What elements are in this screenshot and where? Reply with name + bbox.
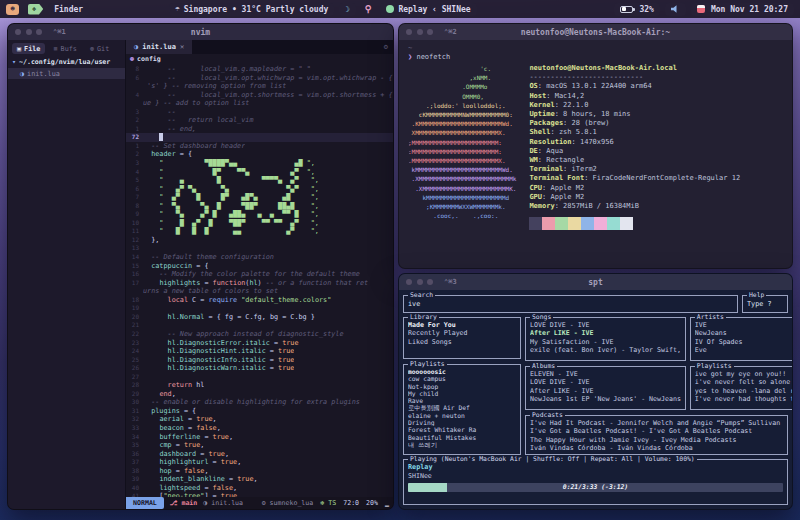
code-line[interactable]: 13: [126, 244, 393, 253]
list-item[interactable]: Made For You: [408, 321, 516, 329]
progress-bar[interactable]: 0:21/3:33 (-3:12): [408, 483, 783, 492]
code-line[interactable]: 19: [126, 304, 393, 313]
code-line[interactable]: 7 " ▄▀ █ █▀ ▄█▀▄ ▄█ ",: [126, 193, 393, 202]
code-line[interactable]: 8 -- local_vim.g.mapleader = " ": [126, 65, 393, 74]
playlists-panel[interactable]: Playlists moooooosiccow campusNot-kpopMy…: [403, 364, 521, 455]
sidebar-tab-git[interactable]: ⊚ Git: [85, 43, 114, 54]
albums-panel[interactable]: Albums ELEVEN - IVELOVE DIVE - IVEAfter …: [525, 366, 686, 410]
clock-pill[interactable]: Mon Nov 21 20:27: [691, 3, 794, 16]
list-item[interactable]: LOVE DIVE - IVE: [530, 378, 681, 386]
list-item[interactable]: Liked Songs: [408, 338, 516, 346]
list-item[interactable]: 로中長別國 Air Def: [408, 404, 516, 411]
balloon-icon[interactable]: ⚲: [365, 4, 372, 14]
code-line[interactable]: 39 indent_blankline = true,: [126, 475, 393, 484]
close-buffer-icon[interactable]: ✕: [180, 43, 184, 51]
list-item[interactable]: Forest Whitaker Ra: [408, 426, 516, 433]
list-item[interactable]: The Happy Hour with Jamie Ivey - Ivey Me…: [530, 436, 783, 444]
code-line[interactable]: 21: [126, 321, 393, 330]
code-line[interactable]: 28 return hl: [126, 381, 393, 390]
library-panel[interactable]: Library Made For YouRecently PlayedLiked…: [403, 317, 521, 359]
front-app-pill[interactable]: Finder: [48, 3, 89, 16]
spt-titlebar[interactable]: ⌃⌘3 spt: [399, 274, 792, 290]
list-item[interactable]: IVE: [695, 321, 793, 329]
tree-root-folder[interactable]: ▾ ~/.config/nvim/lua/user: [8, 57, 125, 67]
search-input[interactable]: ive: [408, 299, 733, 309]
editor-lines[interactable]: 8 -- local_vim.g.mapleader = " "6 -- loc…: [126, 64, 393, 497]
list-item[interactable]: After LIKE - IVE: [530, 387, 681, 395]
search-playlists-panel[interactable]: Playlists ive got my eye on you!!i've ne…: [690, 366, 793, 410]
songs-panel[interactable]: Songs LOVE DIVE - IVEAfter LIKE - IVEMy …: [525, 317, 686, 361]
code-line[interactable]: 25 hl.DiagnosticInfo.italic = true: [126, 356, 393, 365]
code-line[interactable]: 27: [126, 373, 393, 382]
code-line[interactable]: 4 " █▀ ▀▀▄ ▄▀ ",: [126, 168, 393, 177]
code-line[interactable]: 6 " ▄▀ ▀▄ ▀▄ ▀▄▀ ",: [126, 185, 393, 194]
code-line[interactable]: 3 --: [126, 108, 393, 117]
code-line[interactable]: 29 end,: [126, 390, 393, 399]
list-item[interactable]: LOVE DIVE - IVE: [530, 321, 681, 329]
artists-panel[interactable]: Artists IVENewJeansIV Of SpadesEve: [690, 317, 793, 361]
list-item[interactable]: My child: [408, 390, 516, 397]
sidebar-tab-file[interactable]: ▣ File: [12, 43, 45, 54]
now-playing-pill[interactable]: Replay ‹ SHINee: [380, 3, 476, 16]
code-line[interactable]: 72: [126, 133, 393, 142]
code-line[interactable]: 35 cmp = true,: [126, 441, 393, 450]
code-line[interactable]: 17 highlights = function(hl) -- or a fun…: [126, 279, 393, 288]
close-button[interactable]: [15, 29, 21, 35]
code-line[interactable]: 4 -- local_vim.opt.shortmess = vim.opt.s…: [126, 91, 393, 100]
code-line[interactable]: 36 dashboard = true,: [126, 450, 393, 459]
list-item[interactable]: I've Got a Beatles Podcast! - I've Got A…: [530, 427, 783, 435]
code-line[interactable]: 15 catppuccin = {: [126, 262, 393, 271]
code-line[interactable]: 2 header = {: [126, 150, 393, 159]
tree-file-init-lua[interactable]: ◑ init.lua: [8, 68, 125, 79]
code-line[interactable]: urns a new table of colors to set: [126, 287, 393, 296]
zoom-button[interactable]: [36, 29, 42, 35]
code-line[interactable]: 9 " ▀▄ ▄▀ █ ▄██▄ ▄ ▄ ▀▀ █ ",: [126, 210, 393, 219]
list-item[interactable]: Beautiful Mistakes: [408, 434, 516, 441]
minimize-button[interactable]: [26, 29, 32, 35]
minimize-button[interactable]: [417, 279, 423, 285]
list-item[interactable]: Iván Vindas Córdoba - Iván Vindas Córdob…: [530, 444, 783, 452]
code-line[interactable]: 12 },: [126, 236, 393, 245]
zoom-button[interactable]: [427, 279, 433, 285]
list-item[interactable]: yes to heaven -lana del rey: [695, 387, 793, 395]
list-item[interactable]: After LIKE - IVE: [530, 329, 681, 337]
code-line[interactable]: 20 hl.Normal = { fg = C.fg, bg = C.bg }: [126, 313, 393, 322]
code-line[interactable]: 8 " ▀▄ ▀▄ █ ▀██▀ ██▄█ ",: [126, 202, 393, 211]
now-playing-panel[interactable]: Playing (Neuton's MacBook Air | Shuffle:…: [403, 459, 788, 505]
traffic-lights[interactable]: [406, 29, 433, 35]
code-line[interactable]: 40 lightspeed = false,: [126, 484, 393, 493]
sidebar-tab-bufs[interactable]: ≡ Bufs: [48, 43, 81, 54]
list-item[interactable]: moooooosic: [408, 368, 516, 375]
code-line[interactable]: 6 -- local_vim.opt.whichwrap = vim.opt.w…: [126, 74, 393, 83]
list-item[interactable]: I've Had It Podcast - Jennifer Welch and…: [530, 419, 783, 427]
list-item[interactable]: My Satisfaction - IVE: [530, 338, 681, 346]
list-item[interactable]: Recently Played: [408, 329, 516, 337]
list-item[interactable]: NewJeans: [695, 329, 793, 337]
code-line[interactable]: 23 hl.DiagnosticError.italic = true: [126, 339, 393, 348]
code-line[interactable]: 30 -- enable or disable highlighting for…: [126, 398, 393, 407]
code-line[interactable]: 22 -- New approach instead of diagnostic…: [126, 330, 393, 339]
code-line[interactable]: 38 hop = false,: [126, 467, 393, 476]
terminal-output[interactable]: ~ ❯ neofetch 'c. ,xNMM. .OMMMMo OMMM0, .…: [399, 40, 792, 268]
traffic-lights[interactable]: [406, 279, 433, 285]
nvim-titlebar[interactable]: ⌃⌘1 nvim: [8, 24, 393, 40]
list-item[interactable]: I've never had thoughts that control me: [695, 395, 793, 403]
list-item[interactable]: Eve: [695, 346, 793, 354]
code-line[interactable]: 33 beacon = false,: [126, 424, 393, 433]
traffic-lights[interactable]: [15, 29, 42, 35]
code-line[interactable]: 16 -- Modify the color palette for the d…: [126, 270, 393, 279]
code-line[interactable]: 18 local C = require "default_theme.colo…: [126, 296, 393, 305]
list-item[interactable]: NewJeans 1st EP 'New Jeans' - NewJeans: [530, 395, 681, 403]
app-icon[interactable]: ☻: [6, 4, 19, 15]
list-item[interactable]: Rave: [408, 397, 516, 404]
code-line[interactable]: 2 -- return local_vim: [126, 116, 393, 125]
workspace-badge[interactable]: ❖: [28, 4, 43, 15]
code-line[interactable]: 34 bufferline = true,: [126, 433, 393, 442]
close-button[interactable]: [406, 29, 412, 35]
code-line[interactable]: 31 plugins = {: [126, 407, 393, 416]
code-line[interactable]: 26 hl.DiagnosticWarn.italic = true: [126, 364, 393, 373]
podcasts-panel[interactable]: Podcasts I've Had It Podcast - Jennifer …: [525, 415, 788, 455]
weather-pill[interactable]: ☂ Singapore • 31°C Partly cloudy: [169, 3, 334, 16]
list-item[interactable]: cow campus: [408, 375, 516, 382]
list-item[interactable]: exile (feat. Bon Iver) - Taylor Swift,: [530, 346, 681, 354]
